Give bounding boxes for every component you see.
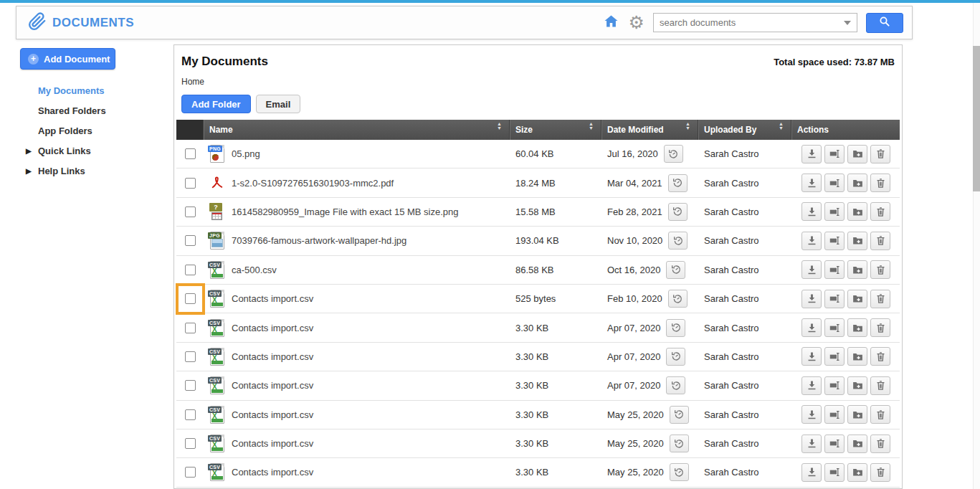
file-name-cell[interactable]: JPG 7039766-famous-artwork-wallpaper-hd.… <box>204 231 510 250</box>
expand-arrow-icon[interactable]: ▶ <box>26 167 32 175</box>
download-button[interactable] <box>801 260 822 279</box>
rename-button[interactable] <box>824 145 845 163</box>
file-name-cell[interactable]: CSVX Contacts import.csv <box>204 347 510 366</box>
delete-button[interactable] <box>870 145 890 163</box>
move-to-folder-button[interactable] <box>847 318 867 337</box>
row-checkbox[interactable] <box>185 438 196 449</box>
file-name-cell[interactable]: 1-s2.0-S1097276516301903-mmc2.pdf <box>204 174 510 193</box>
row-checkbox[interactable] <box>185 235 196 246</box>
row-checkbox[interactable] <box>185 409 196 420</box>
sort-icon[interactable]: ▲▼ <box>685 122 690 130</box>
version-history-button[interactable] <box>668 174 688 192</box>
home-icon[interactable] <box>602 13 620 33</box>
column-header-uploaded-by[interactable]: Uploaded By ▲▼ <box>698 120 791 140</box>
file-name-cell[interactable]: CSVX Contacts import.csv <box>204 376 510 395</box>
sort-icon[interactable]: ▲▼ <box>497 122 502 130</box>
move-to-folder-button[interactable] <box>847 463 867 482</box>
rename-button[interactable] <box>824 290 845 308</box>
row-checkbox[interactable] <box>185 467 196 478</box>
delete-button[interactable] <box>870 174 890 192</box>
row-checkbox[interactable] <box>185 351 196 362</box>
version-history-button[interactable] <box>670 463 689 481</box>
sidebar-item-help-links[interactable]: ▶ Help Links <box>0 161 165 181</box>
row-checkbox[interactable] <box>185 380 196 391</box>
sort-icon[interactable]: ▲▼ <box>779 122 784 130</box>
delete-button[interactable] <box>870 376 890 395</box>
download-button[interactable] <box>801 290 822 308</box>
row-checkbox[interactable] <box>185 148 196 159</box>
delete-button[interactable] <box>870 202 890 221</box>
version-history-button[interactable] <box>666 348 685 366</box>
move-to-folder-button[interactable] <box>847 202 867 221</box>
row-checkbox[interactable] <box>185 265 196 275</box>
rename-button[interactable] <box>824 347 845 366</box>
rename-button[interactable] <box>824 174 845 192</box>
version-history-button[interactable] <box>670 406 689 424</box>
row-checkbox[interactable] <box>185 178 196 189</box>
download-button[interactable] <box>801 174 822 192</box>
email-button[interactable]: Email <box>256 95 301 113</box>
download-button[interactable] <box>801 435 822 453</box>
move-to-folder-button[interactable] <box>847 376 867 395</box>
download-button[interactable] <box>801 376 822 395</box>
delete-button[interactable] <box>870 405 890 424</box>
file-name-cell[interactable]: CSVX Contacts import.csv <box>204 434 510 453</box>
move-to-folder-button[interactable] <box>847 232 867 250</box>
add-folder-button[interactable]: Add Folder <box>181 95 251 113</box>
move-to-folder-button[interactable] <box>847 260 867 279</box>
delete-button[interactable] <box>870 347 890 366</box>
version-history-button[interactable] <box>670 435 689 452</box>
file-name-cell[interactable]: CSVX Contacts import.csv <box>204 405 510 424</box>
version-history-button[interactable] <box>668 232 688 250</box>
version-history-button[interactable] <box>666 376 685 394</box>
sidebar-item-app-folders[interactable]: App Folders <box>0 120 165 141</box>
add-document-button[interactable]: + Add Document <box>20 48 115 70</box>
rename-button[interactable] <box>824 232 845 250</box>
download-button[interactable] <box>801 232 822 250</box>
file-name-cell[interactable]: CSVX Contacts import.csv <box>204 462 510 482</box>
move-to-folder-button[interactable] <box>847 145 867 163</box>
rename-button[interactable] <box>824 318 845 337</box>
version-history-button[interactable] <box>666 261 685 279</box>
delete-button[interactable] <box>870 232 890 250</box>
download-button[interactable] <box>801 347 822 366</box>
version-history-button[interactable] <box>666 319 685 337</box>
file-name-cell[interactable]: CSVX Contacts import.csv <box>204 318 510 338</box>
rename-button[interactable] <box>824 260 845 279</box>
row-checkbox[interactable] <box>185 323 196 333</box>
file-name-cell[interactable]: CSVX ca-500.csv <box>204 260 510 280</box>
move-to-folder-button[interactable] <box>847 405 867 424</box>
file-name-cell[interactable]: CSVX Contacts import.csv <box>204 289 510 308</box>
expand-arrow-icon[interactable]: ▶ <box>26 147 32 155</box>
sidebar-item-shared-folders[interactable]: Shared Folders <box>0 100 165 120</box>
sort-icon[interactable]: ▲▼ <box>589 122 594 130</box>
version-history-button[interactable] <box>664 145 683 163</box>
column-header-date-modified[interactable]: Date Modified ▲▼ <box>601 120 698 140</box>
download-button[interactable] <box>801 463 822 482</box>
version-history-button[interactable] <box>668 203 688 221</box>
file-name-cell[interactable]: ? 1614582980959_Image File with exact 15… <box>204 202 510 222</box>
rename-button[interactable] <box>824 435 845 453</box>
scrollbar-thumb[interactable] <box>973 46 980 191</box>
gear-icon[interactable]: ⚙ <box>629 14 644 32</box>
download-button[interactable] <box>801 318 822 337</box>
download-button[interactable] <box>801 405 822 424</box>
row-checkbox[interactable] <box>185 206 196 217</box>
column-header-size[interactable]: Size ▲▼ <box>510 120 601 140</box>
row-checkbox[interactable] <box>185 293 196 304</box>
move-to-folder-button[interactable] <box>847 435 867 453</box>
move-to-folder-button[interactable] <box>847 290 867 308</box>
sidebar-item-my-documents[interactable]: My Documents <box>0 80 165 100</box>
column-header-name[interactable]: Name ▲▼ <box>204 120 510 140</box>
rename-button[interactable] <box>824 463 845 482</box>
scrollbar-track[interactable] <box>973 3 980 489</box>
rename-button[interactable] <box>824 405 845 424</box>
delete-button[interactable] <box>870 463 890 482</box>
download-button[interactable] <box>801 145 822 163</box>
search-button[interactable] <box>866 13 903 33</box>
breadcrumb[interactable]: Home <box>181 77 204 87</box>
sidebar-item-quick-links[interactable]: ▶ Quick Links <box>0 141 165 161</box>
move-to-folder-button[interactable] <box>847 347 867 366</box>
search-input[interactable] <box>653 13 857 32</box>
download-button[interactable] <box>801 202 822 221</box>
